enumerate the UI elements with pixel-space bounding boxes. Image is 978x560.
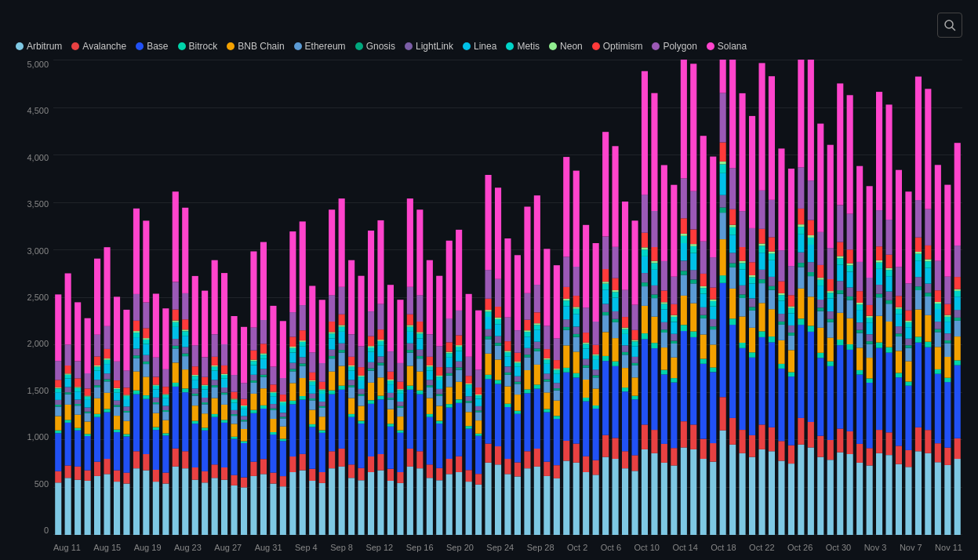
- svg-rect-592: [466, 429, 472, 471]
- svg-rect-740: [563, 299, 569, 300]
- svg-rect-409: [339, 449, 345, 467]
- svg-rect-549: [436, 468, 442, 481]
- svg-rect-1085: [808, 276, 814, 296]
- svg-rect-358: [300, 363, 306, 365]
- svg-rect-973: [729, 267, 736, 289]
- svg-rect-460: [368, 346, 374, 347]
- svg-rect-722: [554, 388, 560, 391]
- svg-rect-181: [173, 310, 179, 321]
- svg-rect-606: [475, 436, 482, 475]
- svg-rect-252: [221, 344, 227, 365]
- svg-rect-1062: [788, 307, 794, 308]
- svg-rect-1258: [925, 260, 931, 262]
- svg-rect-790: [602, 332, 609, 356]
- svg-rect-925: [690, 64, 696, 191]
- svg-rect-248: [221, 379, 227, 387]
- svg-rect-388: [319, 394, 325, 402]
- svg-rect-1033: [769, 253, 775, 260]
- svg-rect-282: [250, 476, 256, 535]
- svg-rect-720: [554, 401, 560, 416]
- svg-rect-985: [740, 343, 746, 348]
- svg-rect-1077: [798, 209, 804, 224]
- svg-rect-258: [231, 424, 238, 436]
- svg-rect-436: [358, 480, 365, 535]
- svg-rect-1051: [778, 148, 784, 250]
- svg-rect-676: [524, 393, 530, 451]
- svg-rect-76: [104, 393, 111, 409]
- svg-rect-961: [720, 195, 726, 208]
- svg-rect-1134: [837, 205, 843, 242]
- svg-rect-365: [300, 221, 306, 305]
- svg-rect-735: [563, 330, 569, 346]
- svg-rect-484: [387, 398, 394, 399]
- svg-rect-1152: [856, 375, 863, 444]
- svg-rect-702: [544, 476, 550, 535]
- svg-rect-155: [153, 294, 159, 358]
- svg-rect-1163: [856, 166, 863, 262]
- svg-rect-376: [309, 380, 315, 382]
- svg-rect-687: [524, 207, 530, 293]
- svg-rect-614: [475, 395, 482, 395]
- svg-rect-806: [613, 319, 619, 322]
- svg-rect-886: [671, 383, 677, 449]
- svg-rect-1199: [886, 292, 893, 300]
- svg-rect-45: [85, 471, 91, 481]
- svg-rect-284: [250, 413, 256, 462]
- svg-rect-27: [65, 365, 71, 373]
- svg-rect-599: [466, 384, 472, 388]
- svg-rect-855: [642, 71, 648, 195]
- search-button[interactable]: [937, 13, 962, 38]
- svg-rect-1295: [954, 321, 961, 336]
- svg-rect-288: [250, 380, 256, 383]
- svg-rect-424: [348, 417, 354, 465]
- svg-rect-254: [231, 485, 238, 535]
- svg-rect-1040: [778, 369, 784, 441]
- svg-rect-35: [75, 405, 81, 415]
- svg-rect-620: [485, 379, 492, 443]
- svg-rect-869: [651, 93, 657, 211]
- svg-rect-396: [329, 395, 335, 452]
- svg-rect-631: [485, 175, 492, 270]
- svg-rect-1293: [954, 360, 961, 365]
- svg-rect-646: [504, 474, 511, 535]
- svg-rect-465: [377, 454, 384, 471]
- svg-rect-1173: [867, 318, 873, 322]
- svg-rect-394: [329, 468, 335, 535]
- svg-rect-399: [329, 358, 335, 371]
- bars-chart: [53, 60, 962, 535]
- svg-rect-90: [114, 416, 120, 430]
- svg-rect-14: [55, 361, 61, 380]
- svg-rect-995: [740, 93, 746, 211]
- svg-rect-210: [192, 345, 198, 366]
- svg-rect-1238: [915, 310, 922, 337]
- svg-rect-374: [309, 385, 315, 394]
- svg-rect-164: [162, 398, 169, 406]
- svg-rect-331: [280, 413, 286, 416]
- svg-rect-694: [534, 348, 540, 351]
- svg-rect-318: [270, 396, 276, 404]
- svg-rect-678: [524, 370, 530, 390]
- svg-rect-954: [720, 431, 726, 535]
- svg-rect-158: [162, 435, 169, 472]
- svg-rect-1181: [876, 343, 882, 348]
- svg-rect-135: [143, 355, 149, 362]
- svg-rect-1190: [876, 210, 882, 246]
- svg-rect-1215: [896, 309, 902, 315]
- svg-rect-146: [153, 413, 159, 427]
- svg-rect-431: [348, 367, 354, 371]
- svg-rect-1271: [935, 304, 941, 309]
- svg-rect-389: [319, 391, 325, 395]
- x-axis-label: Oct 2: [567, 543, 587, 552]
- svg-rect-314: [270, 419, 276, 432]
- svg-rect-208: [192, 375, 198, 376]
- svg-rect-596: [466, 401, 472, 402]
- svg-rect-191: [182, 347, 188, 354]
- svg-rect-1046: [778, 300, 784, 314]
- svg-rect-422: [348, 478, 354, 535]
- svg-rect-660: [514, 477, 521, 536]
- svg-rect-613: [475, 395, 482, 398]
- svg-rect-565: [446, 404, 453, 407]
- svg-rect-48: [85, 422, 91, 435]
- svg-rect-662: [514, 414, 521, 463]
- svg-rect-866: [651, 261, 657, 264]
